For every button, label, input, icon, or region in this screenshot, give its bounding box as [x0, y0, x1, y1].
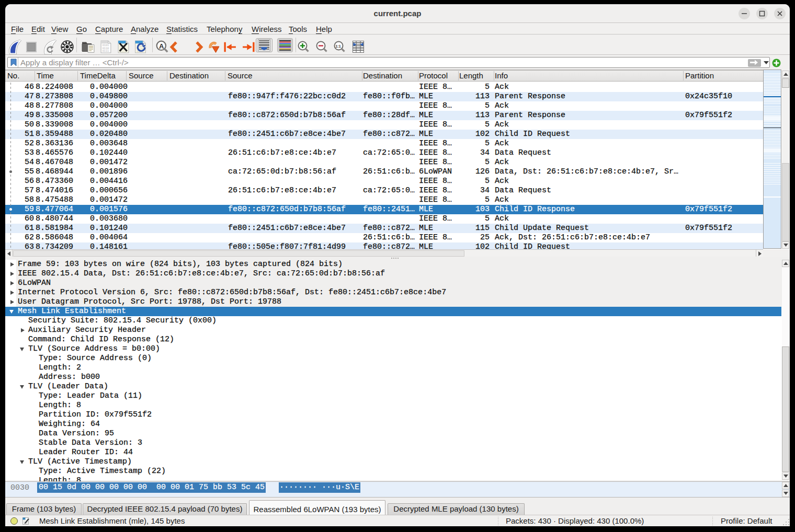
- svg-text:A: A: [159, 42, 164, 50]
- svg-text:1:1: 1:1: [336, 44, 341, 48]
- svg-text:0111: 0111: [103, 49, 109, 52]
